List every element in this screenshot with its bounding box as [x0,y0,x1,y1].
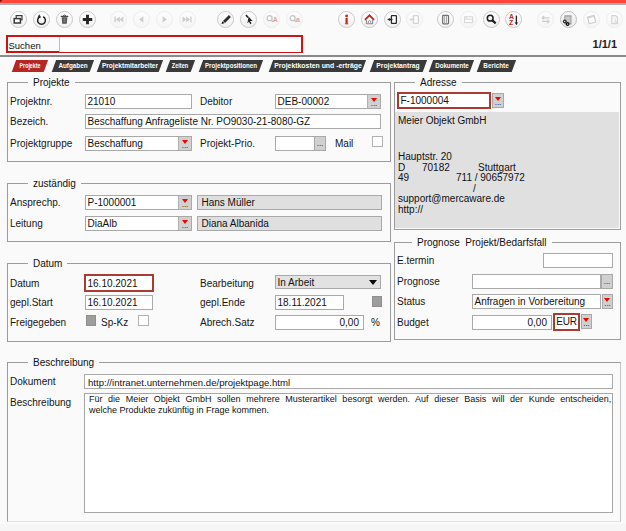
svg-text:Z: Z [509,19,513,26]
svg-text:A: A [272,16,277,23]
svg-text:a: a [296,16,300,23]
